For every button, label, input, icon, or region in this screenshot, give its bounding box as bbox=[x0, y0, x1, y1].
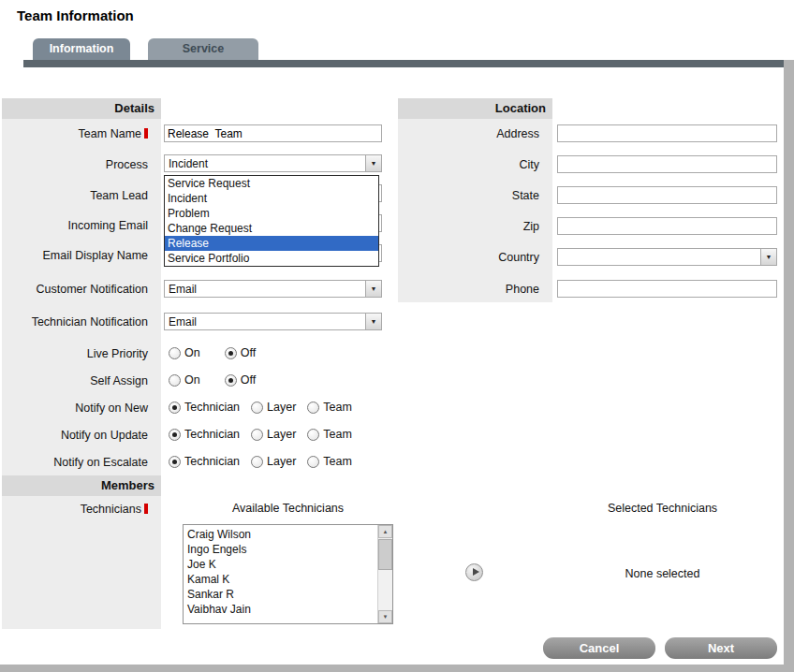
team-name-label: Team Name bbox=[2, 126, 154, 141]
notify-escalate-layer-radio[interactable]: Layer bbox=[251, 455, 296, 468]
tab-service[interactable]: Service bbox=[148, 38, 258, 60]
listbox-scrollbar[interactable]: ▲ ▼ bbox=[377, 525, 392, 623]
address-input[interactable] bbox=[557, 124, 777, 142]
team-name-input[interactable] bbox=[164, 124, 382, 142]
notify-on-new-label: Notify on New bbox=[2, 401, 154, 416]
technician-list-item[interactable]: Ingo Engels bbox=[184, 542, 377, 557]
cancel-button[interactable]: Cancel bbox=[543, 637, 655, 659]
notify-on-update-radio-group: Technician Layer Team bbox=[169, 427, 352, 442]
move-right-button[interactable] bbox=[465, 563, 483, 581]
self-assign-off-radio[interactable]: Off bbox=[225, 373, 256, 387]
available-technicians-listbox[interactable]: Craig Wilson Ingo Engels Joe K Kamal K S… bbox=[183, 524, 393, 624]
email-display-name-label: Email Display Name bbox=[2, 248, 154, 263]
notify-update-team-radio[interactable]: Team bbox=[307, 428, 352, 441]
right-frame-border bbox=[784, 60, 794, 665]
radio-checked-icon bbox=[225, 347, 237, 359]
technician-list-item[interactable]: Joe K bbox=[184, 557, 377, 572]
technician-list: Craig Wilson Ingo Engels Joe K Kamal K S… bbox=[184, 527, 377, 617]
notify-on-new-radio-group: Technician Layer Team bbox=[169, 400, 352, 415]
technician-list-item[interactable]: Craig Wilson bbox=[184, 527, 377, 542]
dropdown-option-change-request[interactable]: Change Request bbox=[165, 221, 378, 236]
radio-checked-icon bbox=[169, 456, 181, 468]
process-label: Process bbox=[2, 157, 154, 172]
dropdown-arrow-icon[interactable]: ▼ bbox=[365, 281, 381, 297]
incoming-email-label: Incoming Email bbox=[2, 218, 154, 233]
dropdown-arrow-icon[interactable]: ▼ bbox=[365, 314, 381, 329]
self-assign-label: Self Assign bbox=[2, 373, 154, 388]
notify-on-update-label: Notify on Update bbox=[2, 428, 154, 443]
process-select[interactable]: Incident ▼ bbox=[164, 154, 382, 172]
play-arrow-icon bbox=[473, 568, 479, 576]
city-input[interactable] bbox=[557, 155, 777, 173]
radio-icon bbox=[307, 402, 319, 414]
radio-checked-icon bbox=[225, 374, 237, 387]
phone-input[interactable] bbox=[557, 280, 777, 298]
city-label: City bbox=[398, 157, 546, 172]
notify-escalate-team-radio[interactable]: Team bbox=[307, 455, 352, 468]
country-label: Country bbox=[398, 250, 546, 265]
zip-label: Zip bbox=[398, 219, 546, 234]
notify-update-layer-radio[interactable]: Layer bbox=[251, 428, 296, 441]
state-input[interactable] bbox=[557, 186, 777, 204]
technician-list-item[interactable]: Sankar R bbox=[184, 587, 377, 602]
available-technicians-title: Available Technicians bbox=[183, 502, 393, 515]
live-priority-on-radio[interactable]: On bbox=[169, 346, 200, 359]
radio-icon bbox=[307, 456, 319, 468]
scroll-up-icon[interactable]: ▲ bbox=[378, 525, 392, 538]
live-priority-label: Live Priority bbox=[2, 346, 154, 361]
zip-input[interactable] bbox=[557, 217, 777, 235]
radio-icon bbox=[251, 429, 263, 441]
customer-notification-label: Customer Notification bbox=[2, 282, 154, 297]
notify-new-technician-radio[interactable]: Technician bbox=[169, 401, 240, 414]
members-section-header: Members bbox=[2, 475, 161, 496]
notify-update-technician-radio[interactable]: Technician bbox=[169, 428, 240, 441]
self-assign-on-radio[interactable]: On bbox=[169, 373, 200, 387]
country-select[interactable]: ▼ bbox=[557, 248, 777, 266]
technician-notification-value: Email bbox=[169, 314, 197, 329]
notify-escalate-technician-radio[interactable]: Technician bbox=[169, 455, 240, 468]
customer-notification-select[interactable]: Email ▼ bbox=[164, 280, 382, 298]
dropdown-option-service-portfolio[interactable]: Service Portfolio bbox=[165, 251, 378, 266]
notify-new-layer-radio[interactable]: Layer bbox=[251, 401, 296, 414]
technician-list-item[interactable]: Kamal K bbox=[184, 572, 377, 587]
notify-on-escalate-label: Notify on Escalate bbox=[2, 455, 154, 470]
next-button[interactable]: Next bbox=[665, 637, 777, 659]
process-dropdown-list: Service Request Incident Problem Change … bbox=[164, 175, 379, 267]
radio-checked-icon bbox=[169, 402, 181, 414]
notify-new-team-radio[interactable]: Team bbox=[307, 401, 352, 414]
bottom-frame-border bbox=[0, 665, 794, 672]
dropdown-option-release[interactable]: Release bbox=[165, 236, 378, 251]
details-label-column bbox=[2, 98, 161, 629]
tab-information[interactable]: Information bbox=[33, 38, 130, 60]
live-priority-radio-group: On Off bbox=[169, 345, 256, 360]
technician-list-item[interactable]: Vaibhav Jain bbox=[184, 602, 377, 617]
dropdown-option-incident[interactable]: Incident bbox=[165, 191, 378, 206]
address-label: Address bbox=[398, 126, 546, 141]
scroll-down-icon[interactable]: ▼ bbox=[378, 610, 392, 623]
tab-underline-bar bbox=[23, 60, 794, 67]
team-lead-label: Team Lead bbox=[2, 188, 154, 203]
phone-label: Phone bbox=[398, 282, 546, 297]
selected-technicians-empty-text: None selected bbox=[562, 567, 763, 580]
dropdown-arrow-icon[interactable]: ▼ bbox=[760, 249, 776, 265]
team-information-screen: Team Information Information Service Det… bbox=[0, 0, 794, 672]
dropdown-option-problem[interactable]: Problem bbox=[165, 206, 378, 221]
radio-icon bbox=[251, 402, 263, 414]
radio-icon bbox=[307, 429, 319, 441]
details-section-header: Details bbox=[2, 98, 161, 119]
live-priority-off-radio[interactable]: Off bbox=[225, 346, 256, 359]
dropdown-option-service-request[interactable]: Service Request bbox=[165, 176, 378, 191]
page-title: Team Information bbox=[17, 7, 134, 23]
required-marker bbox=[144, 128, 148, 139]
selected-technicians-title: Selected Technicians bbox=[562, 502, 763, 515]
notify-on-escalate-radio-group: Technician Layer Team bbox=[169, 454, 352, 469]
scrollbar-thumb[interactable] bbox=[378, 539, 392, 570]
self-assign-radio-group: On Off bbox=[169, 373, 256, 387]
required-marker bbox=[144, 504, 148, 514]
customer-notification-value: Email bbox=[169, 282, 197, 297]
radio-icon bbox=[251, 456, 263, 468]
dropdown-arrow-icon[interactable]: ▼ bbox=[365, 155, 381, 171]
radio-icon bbox=[169, 374, 181, 387]
technicians-label: Technicians bbox=[2, 502, 154, 517]
technician-notification-select[interactable]: Email ▼ bbox=[164, 313, 382, 330]
